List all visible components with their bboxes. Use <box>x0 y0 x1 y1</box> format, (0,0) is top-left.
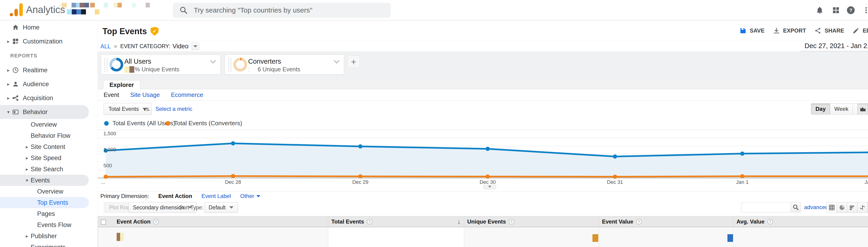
event-category-dropdown[interactable] <box>192 42 199 50</box>
sidebar-item-overview[interactable]: Overview <box>0 119 89 130</box>
segment-card-all-users[interactable]: All Users % Unique Events <box>101 55 220 74</box>
collapse-arrow-icon[interactable]: ▾ <box>24 178 30 183</box>
global-search-input[interactable]: Try searching "Top countries by users" <box>173 3 391 18</box>
sidebar-item-publisher[interactable]: ▸Publisher <box>0 230 89 242</box>
caret-down-icon <box>193 45 197 48</box>
dimension-event-action[interactable]: Event Action <box>158 193 192 199</box>
date-range-picker[interactable]: Dec 27, 2021 - Jan 2, 202 <box>805 42 868 50</box>
table-search-button[interactable] <box>790 202 801 212</box>
segment-card-converters[interactable]: Converters : 6 Unique Events <box>225 55 344 74</box>
column-header-avg-value[interactable]: Avg. Value ? <box>733 216 868 227</box>
sidebar-item-realtime[interactable]: ▸Realtime <box>0 63 89 77</box>
redacted-block <box>81 9 86 14</box>
drag-handle-icon[interactable] <box>104 58 105 71</box>
expand-arrow-icon[interactable]: ▸ <box>24 233 30 239</box>
sidebar-item-label: Events <box>31 177 50 184</box>
sidebar-item-behavior-flow[interactable]: Behavior Flow <box>0 130 89 141</box>
expand-arrow-icon[interactable]: ▸ <box>6 67 11 73</box>
legend-item-total-events-all-users-[interactable]: Total Events (All Users) <box>104 120 175 127</box>
table-search-input[interactable] <box>741 202 790 212</box>
sidebar-item-experiments[interactable]: Experiments <box>0 242 89 247</box>
sidebar-item-audience[interactable]: ▸Audience <box>0 77 89 91</box>
table-row[interactable] <box>98 227 868 247</box>
column-label: Event Value <box>602 218 633 225</box>
sidebar-item-home[interactable]: Home <box>0 21 89 34</box>
view-performance-button[interactable] <box>847 202 857 213</box>
tab-ecommerce[interactable]: Ecommerce <box>171 91 203 98</box>
help-icon[interactable]: ? <box>367 219 372 224</box>
expand-arrow-icon[interactable]: ▸ <box>24 144 30 150</box>
sidebar-item-behavior[interactable]: ▾Behavior <box>0 105 89 119</box>
add-segment-button[interactable]: + <box>347 56 360 68</box>
apps-grid-icon[interactable] <box>831 5 841 16</box>
collapse-arrow-icon[interactable]: ▾ <box>6 109 11 115</box>
more-vertical-icon[interactable] <box>861 5 868 16</box>
expand-arrow-icon[interactable]: ▸ <box>24 166 30 172</box>
redacted-value <box>117 233 120 241</box>
save-button[interactable]: SAVE <box>739 27 765 35</box>
page-title: Top Events ✓ <box>102 27 158 36</box>
help-icon[interactable]: ? <box>846 5 856 16</box>
sidebar-item-site-search[interactable]: ▸Site Search <box>0 163 89 175</box>
analytics-logo-icon[interactable] <box>9 3 24 17</box>
column-header-event-value[interactable]: Event Value ? <box>599 216 733 227</box>
column-header-event-action[interactable]: Event Action ? <box>98 216 328 227</box>
app-name: Analytics <box>26 4 65 16</box>
edit-button[interactable]: EDIT <box>852 27 868 35</box>
sidebar-item-acquisition[interactable]: ▸Acquisition <box>0 91 89 105</box>
granularity-day-button[interactable]: Day <box>811 103 830 115</box>
advanced-filter-link[interactable]: advanced <box>804 204 828 211</box>
chevron-down-icon[interactable] <box>210 58 216 64</box>
sidebar-item-events-flow[interactable]: Events Flow <box>0 219 89 230</box>
column-header-unique-events[interactable]: Unique Events ? <box>464 216 599 227</box>
view-percentage-button[interactable] <box>837 202 847 213</box>
sidebar-item-site-speed[interactable]: ▸Site Speed <box>0 152 89 163</box>
notifications-bell-icon[interactable] <box>814 5 825 16</box>
tab-event[interactable]: Event <box>104 91 119 98</box>
tab-site-usage[interactable]: Site Usage <box>130 91 160 98</box>
sidebar-item-top-events[interactable]: Top Events <box>0 197 89 208</box>
breadcrumb-all-link[interactable]: ALL <box>100 43 111 50</box>
help-icon[interactable]: ? <box>153 219 159 224</box>
column-header-total-events[interactable]: Total Events ? ↓ <box>328 216 464 227</box>
primary-dimension-bar: Primary Dimension: Event Action Event La… <box>98 192 868 200</box>
tab-explorer[interactable]: Explorer <box>103 80 140 89</box>
timeseries-chart: 5001,0001,500...Dec 28Dec 29Dec 30Dec 31… <box>98 128 868 184</box>
help-icon[interactable]: ? <box>636 219 642 224</box>
expand-arrow-icon[interactable]: ▸ <box>24 155 30 161</box>
export-button[interactable]: EXPORT <box>773 27 806 35</box>
granularity-week-button[interactable]: Week <box>830 103 852 115</box>
select-metric-link[interactable]: Select a metric <box>155 106 192 112</box>
drag-handle-icon[interactable] <box>228 58 229 71</box>
sidebar-item-events[interactable]: ▾Events <box>0 175 89 186</box>
sidebar-item-label: Site Search <box>31 166 63 173</box>
sidebar-item-label: Home <box>23 24 39 31</box>
sidebar-item-site-content[interactable]: ▸Site Content <box>0 141 89 152</box>
expand-arrow-icon[interactable]: ▸ <box>6 38 11 44</box>
chevron-down-icon[interactable] <box>334 58 340 64</box>
column-label: Event Action <box>117 218 151 225</box>
select-all-checkbox[interactable] <box>101 220 106 225</box>
cell-total-events <box>328 227 464 247</box>
x-axis-tick-label: Ja <box>865 179 868 185</box>
sidebar-item-label: Experiments <box>31 244 65 247</box>
expand-arrow-icon[interactable]: ▸ <box>6 81 11 87</box>
sort-type-dropdown[interactable]: Default <box>204 202 238 213</box>
share-label: SHARE <box>825 27 844 34</box>
view-comparison-button[interactable] <box>857 202 867 213</box>
sidebar-item-customization[interactable]: ▸Customization <box>0 34 89 48</box>
view-table-button[interactable] <box>827 202 837 213</box>
expand-arrow-icon[interactable]: ▸ <box>6 95 11 101</box>
redacted-mark: : <box>248 66 250 73</box>
legend-item-total-events-converters-[interactable]: Total Events (Converters) <box>166 120 242 127</box>
help-icon[interactable]: ? <box>509 219 515 224</box>
dimension-other[interactable]: Other <box>240 193 260 199</box>
dimension-event-label[interactable]: Event Label <box>202 193 231 199</box>
sidebar-item-pages[interactable]: Pages <box>0 208 89 219</box>
axis-expander-button[interactable] <box>484 185 496 189</box>
sidebar-item-overview[interactable]: Overview <box>0 186 89 197</box>
edit-label: EDIT <box>863 27 868 34</box>
share-button[interactable]: SHARE <box>814 27 844 35</box>
chart-type-button[interactable] <box>858 103 868 115</box>
help-icon[interactable]: ? <box>767 219 773 224</box>
